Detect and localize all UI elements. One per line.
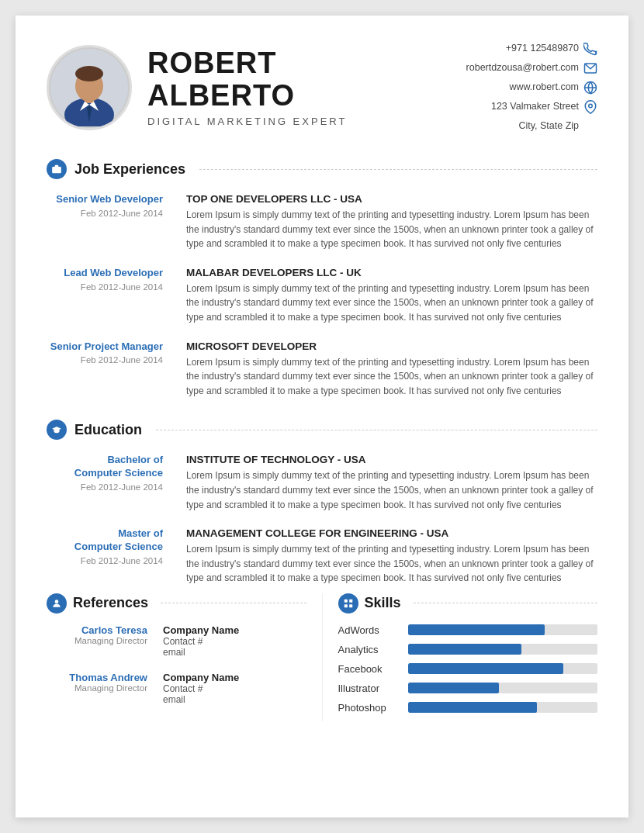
table-row: Senior Project Manager Feb 2012-June 201…	[47, 340, 597, 399]
skill-name-0: AdWords	[338, 624, 400, 636]
ref-contact-1: Contact #	[163, 636, 306, 647]
ref-role-1: Managing Director	[47, 636, 147, 645]
edu-divider	[156, 430, 597, 430]
ref-name-1: Carlos Teresa	[47, 624, 147, 636]
avatar	[47, 45, 132, 130]
svg-rect-14	[344, 600, 347, 603]
header-left: ROBERT ALBERTO DIGITAL MARKETING EXPERT	[47, 45, 347, 130]
edu-right-2: MANAGEMENT COLLEGE FOR ENGINEERING - USA…	[186, 527, 597, 586]
entry-left-2: Lead Web Developer Feb 2012-June 2014	[47, 267, 171, 325]
skill-bar-bg-4	[408, 702, 598, 713]
svg-point-13	[55, 600, 59, 603]
skills-divider	[414, 603, 597, 603]
globe-icon	[583, 81, 597, 95]
phone-icon	[583, 42, 597, 56]
briefcase-icon	[47, 159, 67, 179]
job-divider	[199, 169, 597, 170]
skill-name-2: Facebook	[338, 663, 400, 675]
list-item: Illustrator	[338, 683, 598, 694]
resume-header: ROBERT ALBERTO DIGITAL MARKETING EXPERT …	[47, 39, 597, 136]
ref-name-2: Thomas Andrew	[47, 672, 147, 683]
skill-bar-fill-2	[408, 663, 563, 674]
job-experiences-section-header: Job Experiences	[47, 159, 597, 179]
table-row: Master of Computer Science Feb 2012-June…	[47, 527, 597, 586]
entry-left-1: Senior Web Developer Feb 2012-June 2014	[47, 193, 171, 251]
entry-right-2: MALABAR DEVELOPERS LLC - UK Lorem Ipsum …	[186, 267, 597, 325]
contact-phone-text: +971 125489870	[506, 39, 579, 58]
candidate-name: ROBERT ALBERTO	[147, 47, 347, 112]
edu-left-1: Bachelor of Computer Science Feb 2012-Ju…	[47, 454, 171, 512]
edu-title-1: Bachelor of Computer Science	[47, 454, 163, 480]
ref-contact-2: Contact #	[163, 683, 306, 694]
job-title-1: Senior Web Developer	[47, 193, 163, 206]
skills-col: Skills AdWords Analytics Facebook	[322, 593, 598, 721]
svg-point-11	[589, 104, 593, 108]
job-company-1: TOP ONE DEVELOPERS LLC - USA	[186, 193, 597, 205]
edu-left-2: Master of Computer Science Feb 2012-June…	[47, 527, 171, 586]
svg-rect-15	[349, 600, 352, 603]
table-row: Lead Web Developer Feb 2012-June 2014 MA…	[47, 267, 597, 325]
job-date-2: Feb 2012-June 2014	[47, 282, 163, 292]
skills-icon	[338, 593, 358, 614]
location-icon	[583, 100, 597, 114]
entry-left-3: Senior Project Manager Feb 2012-June 201…	[47, 340, 171, 399]
ref-company-2: Company Name	[163, 672, 306, 683]
references-section-header: References	[47, 593, 306, 614]
header-contact: +971 125489870 robertdzousa@robert.com	[466, 39, 597, 136]
entry-right-3: MICROSOFT DEVELOPER Lorem Ipsum is simpl…	[186, 340, 597, 399]
skill-bar-bg-1	[408, 644, 598, 655]
edu-company-1: INSTITUTE OF TECHNOLOGY - USA	[186, 454, 597, 465]
bottom-section: References Carlos Teresa Managing Direct…	[47, 593, 597, 721]
entry-right-1: TOP ONE DEVELOPERS LLC - USA Lorem Ipsum…	[186, 193, 597, 251]
contact-address1-text: 123 Valmaker Street	[491, 97, 579, 116]
skill-name-4: Photoshop	[338, 702, 400, 714]
ref-role-2: Managing Director	[47, 683, 147, 693]
list-item: Facebook	[338, 663, 598, 675]
contact-address1-row: 123 Valmaker Street	[466, 97, 597, 116]
education-title: Education	[74, 422, 142, 438]
references-icon	[47, 593, 67, 614]
header-name-block: ROBERT ALBERTO DIGITAL MARKETING EXPERT	[147, 47, 347, 127]
table-row: Bachelor of Computer Science Feb 2012-Ju…	[47, 454, 597, 512]
ref-divider	[161, 603, 306, 603]
contact-address2-text: City, State Zip	[518, 116, 579, 136]
job-experiences-title: Job Experiences	[74, 161, 185, 178]
skill-name-1: Analytics	[338, 644, 400, 655]
candidate-title: DIGITAL MARKETING EXPERT	[147, 116, 347, 127]
edu-right-1: INSTITUTE OF TECHNOLOGY - USA Lorem Ipsu…	[186, 454, 597, 512]
skill-bar-fill-0	[408, 624, 545, 635]
contact-website-row: www.robert.com	[466, 78, 597, 97]
skill-bar-fill-1	[408, 644, 522, 655]
ref-email-2: email	[163, 694, 306, 705]
graduation-icon	[47, 420, 67, 440]
job-desc-3: Lorem Ipsum is simply dummy text of the …	[186, 355, 597, 399]
ref-email-1: email	[163, 647, 306, 658]
job-title-2: Lead Web Developer	[47, 267, 163, 280]
job-date-1: Feb 2012-June 2014	[47, 209, 163, 218]
table-row: Senior Web Developer Feb 2012-June 2014 …	[47, 193, 597, 251]
edu-date-1: Feb 2012-June 2014	[47, 482, 163, 492]
ref-left-1: Carlos Teresa Managing Director	[47, 624, 147, 658]
contact-address2-row: City, State Zip	[466, 116, 597, 136]
edu-desc-1: Lorem Ipsum is simply dummy text of the …	[186, 468, 597, 512]
ref-left-2: Thomas Andrew Managing Director	[47, 672, 147, 705]
resume-page: ROBERT ALBERTO DIGITAL MARKETING EXPERT …	[16, 16, 628, 817]
contact-email-row: robertdzousa@robert.com	[466, 58, 597, 78]
skills-section-header: Skills	[338, 593, 598, 614]
list-item: Analytics	[338, 644, 598, 655]
svg-rect-16	[344, 604, 347, 607]
list-item: Thomas Andrew Managing Director Company …	[47, 672, 306, 705]
job-company-2: MALABAR DEVELOPERS LLC - UK	[186, 267, 597, 278]
job-title-3: Senior Project Manager	[47, 340, 163, 354]
references-title: References	[73, 595, 148, 611]
skill-bar-fill-4	[408, 702, 537, 713]
education-section-header: Education	[47, 420, 597, 440]
job-company-3: MICROSOFT DEVELOPER	[186, 340, 597, 352]
skill-bar-bg-2	[408, 663, 598, 674]
svg-rect-17	[349, 604, 352, 607]
job-date-3: Feb 2012-June 2014	[47, 355, 163, 365]
skill-bar-bg-0	[408, 624, 598, 635]
references-col: References Carlos Teresa Managing Direct…	[47, 593, 322, 721]
edu-date-2: Feb 2012-June 2014	[47, 556, 163, 565]
list-item: Carlos Teresa Managing Director Company …	[47, 624, 306, 658]
